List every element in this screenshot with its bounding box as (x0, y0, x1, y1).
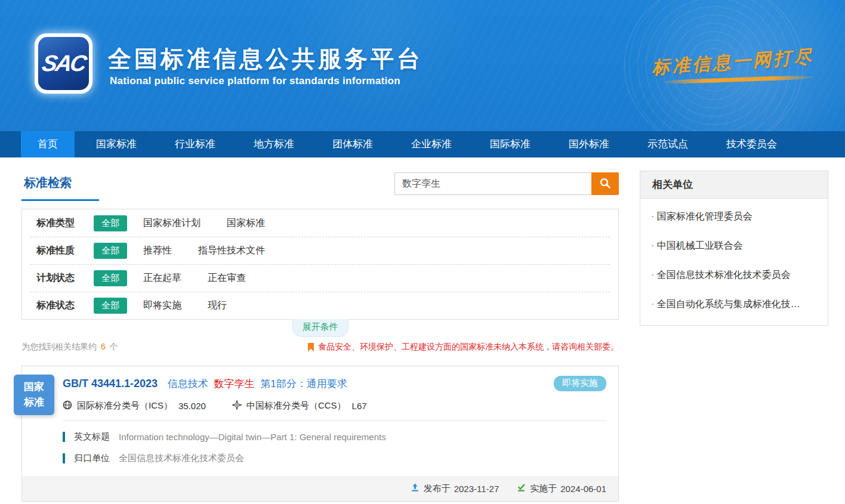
card-title-row: GB/T 43441.1-2023 信息技术 数字孪生 第1部分：通用要求 即将… (63, 376, 606, 391)
sidebar-item-machinery-federation[interactable]: 中国机械工业联合会 (640, 231, 828, 261)
english-title-row: 英文标题 Information technology—Digital twin… (63, 431, 606, 443)
filter-option[interactable]: 正在起草 (143, 272, 181, 285)
nav-tab-pilot[interactable]: 示范试点 (631, 131, 705, 157)
search-icon (599, 177, 611, 191)
ics-label: 国际标准分类号（ICS） (77, 400, 172, 412)
filter-all-badge[interactable]: 全部 (94, 298, 127, 314)
notice-text: 食品安全、环境保护、工程建设方面的国家标准未纳入本系统，请咨询相关部委。 (318, 342, 619, 353)
filter-label: 标准类型 (36, 217, 94, 230)
search-button[interactable] (591, 172, 619, 195)
publish-label: 发布于 (424, 483, 451, 494)
teal-bar (63, 432, 65, 442)
filter-all-badge[interactable]: 全部 (94, 243, 127, 259)
search-box (394, 172, 619, 195)
nav-tab-home[interactable]: 首页 (21, 131, 75, 157)
site-title: 全国标准信息公共服务平台 (108, 43, 423, 75)
meta-row: 国际标准分类号（ICS） 35.020 中国标准分类号（CCS） L67 (63, 400, 606, 421)
filter-option[interactable]: 国家标准 (227, 217, 265, 230)
filter-row-plan-status: 计划状态 全部 正在起草 正在审查 (30, 264, 610, 292)
filter-label: 标准状态 (36, 299, 94, 312)
filter-option[interactable]: 国家标准计划 (143, 217, 201, 230)
ics-value: 35.020 (178, 401, 206, 411)
result-card: 国家 标准 GB/T 43441.1-2023 信息技术 数字孪生 第1部分：通… (21, 366, 619, 502)
nav-tab-technical-committee[interactable]: 技术委员会 (710, 131, 794, 157)
department-row: 归口单位 全国信息技术标准化技术委员会 (63, 453, 606, 464)
nav-tab-enterprise-standard[interactable]: 企业标准 (394, 131, 468, 157)
related-units-list: 国家标准化管理委员会 中国机械工业联合会 全国信息技术标准化技术委员会 全国自动… (640, 199, 828, 325)
implement-date: 2024-06-01 (560, 484, 606, 494)
filter-label: 标准性质 (36, 245, 94, 257)
title-segment: 第1部分：通用要求 (260, 378, 347, 389)
filter-option[interactable]: 即将实施 (143, 299, 181, 312)
badge-line1: 国家 (24, 379, 44, 395)
page-title: 标准检索 (21, 170, 99, 201)
nav-tab-industry-standard[interactable]: 行业标准 (158, 131, 232, 157)
department-value: 全国信息技术标准化技术委员会 (119, 453, 244, 464)
teal-bar (63, 453, 65, 463)
status-badge: 即将实施 (554, 376, 606, 391)
sac-logo-text: SAC (40, 51, 87, 76)
nav-tab-international-standard[interactable]: 国际标准 (473, 131, 547, 157)
main-column: 标准检索 标准类型 全部 国家标准计划 国家标准 (21, 157, 619, 502)
expand-conditions-button[interactable]: 展开条件 (292, 319, 349, 337)
filter-row-standard-status: 标准状态 全部 即将实施 现行 (30, 292, 610, 319)
ccs-label: 中国标准分类号（CCS） (246, 400, 346, 412)
filter-box: 标准类型 全部 国家标准计划 国家标准 标准性质 全部 推荐性 指导性技术文件 … (21, 209, 619, 320)
notice: 食品安全、环境保护、工程建设方面的国家标准未纳入本系统，请咨询相关部委。 (308, 342, 619, 353)
results-row: 为您找到相关结果约 6 个 食品安全、环境保护、工程建设方面的国家标准未纳入本系… (21, 342, 619, 353)
summary-suffix: 个 (110, 342, 118, 351)
sac-logo-inner: SAC (38, 37, 89, 90)
filter-row-type: 标准类型 全部 国家标准计划 国家标准 (30, 209, 610, 237)
publish-date: 2023-11-27 (454, 484, 499, 494)
sidebar-item-it-standardization-committee[interactable]: 全国信息技术标准化技术委员会 (640, 261, 828, 290)
badge-line2: 标准 (24, 395, 44, 410)
bookmark-icon (308, 343, 314, 352)
card-footer: 发布于 2023-11-27 实施于 2024-06-01 (22, 476, 618, 501)
summary-prefix: 为您找到相关结果约 (21, 342, 97, 351)
search-input[interactable] (394, 172, 591, 195)
sidebar-item-sac[interactable]: 国家标准化管理委员会 (640, 202, 828, 231)
ccs-value: L67 (352, 401, 367, 411)
ccs-meta: 中国标准分类号（CCS） L67 (232, 400, 367, 412)
nav-tab-foreign-standard[interactable]: 国外标准 (552, 131, 626, 157)
header: SAC 全国标准信息公共服务平台 National public service… (0, 0, 845, 131)
results-count: 6 (101, 342, 106, 351)
card-body: GB/T 43441.1-2023 信息技术 数字孪生 第1部分：通用要求 即将… (22, 366, 618, 465)
filter-row-nature: 标准性质 全部 推荐性 指导性技术文件 (30, 237, 610, 264)
filter-all-badge[interactable]: 全部 (94, 270, 127, 286)
site-subtitle: National public service platform for sta… (110, 75, 400, 87)
english-title-value: Information technology—Digital twin—Part… (119, 432, 386, 442)
sidebar-item-automation-committee[interactable]: 全国自动化系统与集成标准化技… (640, 290, 828, 319)
globe-icon (63, 400, 77, 412)
ics-meta: 国际标准分类号（ICS） 35.020 (63, 400, 206, 412)
standard-title-link[interactable]: GB/T 43441.1-2023 信息技术 数字孪生 第1部分：通用要求 (63, 377, 347, 391)
implement-icon (517, 483, 530, 494)
implement-date-item: 实施于 2024-06-01 (517, 483, 606, 494)
department-label: 归口单位 (74, 453, 110, 464)
main-nav: 首页 国家标准 行业标准 地方标准 团体标准 企业标准 国际标准 国外标准 示范… (0, 131, 845, 157)
filter-all-badge[interactable]: 全部 (94, 215, 127, 231)
publish-date-item: 发布于 2023-11-27 (411, 483, 499, 494)
search-row: 标准检索 (21, 170, 619, 201)
title-highlight: 数字孪生 (214, 378, 255, 389)
results-summary: 为您找到相关结果约 6 个 (21, 342, 118, 353)
compass-icon (232, 400, 246, 412)
nav-tab-group-standard[interactable]: 团体标准 (316, 131, 390, 157)
publish-icon (411, 483, 424, 494)
nav-tab-local-standard[interactable]: 地方标准 (237, 131, 311, 157)
filter-option[interactable]: 指导性技术文件 (198, 245, 265, 257)
filter-option[interactable]: 正在审查 (208, 272, 246, 285)
content: 标准检索 标准类型 全部 国家标准计划 国家标准 (0, 157, 845, 502)
sac-logo[interactable]: SAC (35, 33, 92, 94)
filter-option[interactable]: 现行 (208, 299, 227, 312)
title-segment: 信息技术 (168, 378, 208, 389)
filter-option[interactable]: 推荐性 (143, 245, 172, 257)
filter-label: 计划状态 (36, 272, 94, 285)
standard-type-badge: 国家 标准 (14, 375, 54, 415)
implement-label: 实施于 (530, 483, 557, 494)
nav-tab-national-standard[interactable]: 国家标准 (79, 131, 153, 157)
standard-code: GB/T 43441.1-2023 (63, 378, 158, 389)
related-units-panel: 相关单位 国家标准化管理委员会 中国机械工业联合会 全国信息技术标准化技术委员会… (640, 171, 828, 326)
related-units-title: 相关单位 (640, 171, 828, 199)
english-title-label: 英文标题 (74, 431, 110, 443)
